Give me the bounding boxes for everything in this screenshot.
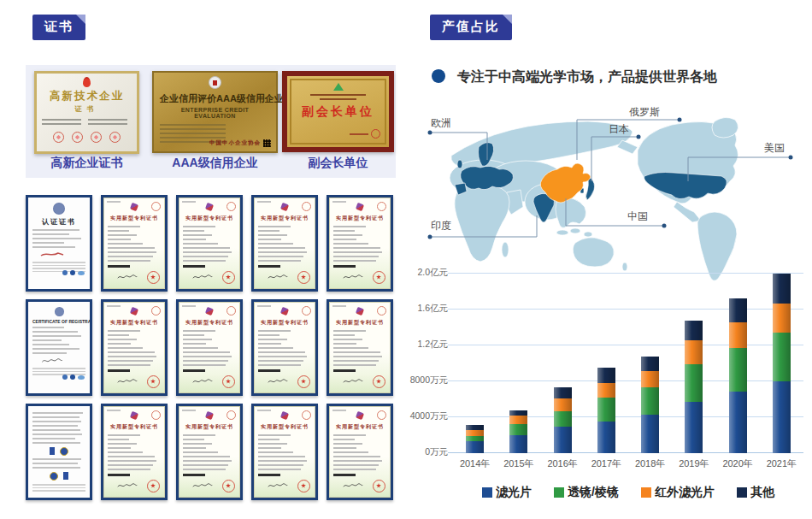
patent-round-stamp-icon bbox=[377, 202, 386, 211]
patent-title: 实用新型专利证书 bbox=[183, 319, 236, 327]
badge-fold-icon bbox=[503, 15, 512, 24]
credit-emblem-icon bbox=[209, 76, 221, 89]
patent-red-seal-icon bbox=[222, 480, 235, 492]
patent-certificate-thumbnail: 实用新型专利证书 bbox=[101, 299, 168, 396]
certificates-section-badge: 证书 bbox=[32, 15, 85, 40]
bar-segment-透镜/棱镜 bbox=[641, 387, 659, 415]
stacked-bar bbox=[597, 274, 615, 453]
patent-ribbon-logo-icon bbox=[280, 203, 289, 211]
bar-segment-滤光片 bbox=[466, 441, 484, 453]
map-label-india: 印度 bbox=[431, 219, 451, 233]
patent-red-seal-icon bbox=[147, 375, 160, 388]
accreditation-marks-icon bbox=[62, 270, 85, 275]
bar-column bbox=[453, 274, 497, 453]
patent-certificate-paper: 实用新型专利证书 bbox=[103, 302, 165, 393]
patent-red-seal-icon bbox=[222, 271, 235, 284]
patent-ribbon-logo-icon bbox=[130, 203, 138, 211]
slide-canvas: 证书 高新技术企业 证书 企业信用评价AAA级信用企业 ENTERPRISE C… bbox=[0, 0, 812, 519]
legend-label: 其他 bbox=[750, 485, 774, 500]
association-triangle-logo-icon bbox=[333, 83, 344, 91]
flame-logo-icon bbox=[83, 77, 91, 87]
certification-badges-icon bbox=[32, 472, 85, 481]
bar-column bbox=[760, 274, 803, 453]
stacked-bar bbox=[685, 274, 703, 453]
bar-segment-其他 bbox=[641, 357, 659, 372]
x-axis-tick-label: 2020年 bbox=[716, 457, 760, 470]
patent-certificate-paper: 实用新型专利证书 bbox=[179, 198, 240, 289]
iso-certificate-paper bbox=[28, 406, 90, 498]
patent-red-seal-icon bbox=[147, 271, 160, 284]
patent-title: 实用新型专利证书 bbox=[183, 423, 236, 431]
iso-certificate-thumbnail: 认证证书 bbox=[26, 195, 92, 292]
bar-segment-透镜/棱镜 bbox=[685, 364, 703, 402]
bar-segment-滤光片 bbox=[554, 427, 572, 454]
patent-certificate-paper: 实用新型专利证书 bbox=[329, 406, 391, 498]
y-axis-tick-label: 8000万元 bbox=[410, 375, 448, 386]
legend-label: 滤光片 bbox=[496, 485, 532, 500]
patent-ribbon-logo-icon bbox=[130, 307, 138, 316]
patent-round-stamp-icon bbox=[227, 306, 236, 316]
patent-certificate-paper: 实用新型专利证书 bbox=[103, 406, 165, 498]
chart-y-axis-labels: 0万元4000万元8000万元1.2亿元1.6亿元2.0亿元 bbox=[383, 274, 448, 453]
patent-certificate-thumbnail: 实用新型专利证书 bbox=[251, 299, 318, 396]
legend-label: 透镜/棱镜 bbox=[568, 485, 619, 500]
stacked-bar bbox=[729, 274, 747, 453]
featured-caption: 高新企业证书 bbox=[34, 156, 139, 171]
patent-certificate-thumbnail: 实用新型专利证书 bbox=[176, 404, 243, 500]
patent-certificate-paper: 实用新型专利证书 bbox=[179, 302, 240, 393]
patent-round-stamp-icon bbox=[151, 306, 161, 316]
cert-text-lines bbox=[42, 119, 132, 125]
chart-x-axis-labels: 2014年2015年2016年2017年2018年2019年2020年2021年 bbox=[453, 457, 803, 470]
aaa-credit-plaque: 企业信用评价AAA级信用企业 ENTERPRISE CREDIT EVALUAT… bbox=[152, 71, 278, 153]
bar-column bbox=[672, 274, 715, 453]
legend-item: 其他 bbox=[737, 485, 774, 500]
cert-text-lines bbox=[307, 94, 368, 100]
map-label-europe: 欧洲 bbox=[431, 116, 451, 131]
featured-caption: 副会长单位 bbox=[282, 156, 394, 171]
qr-code-icon bbox=[263, 139, 271, 147]
patent-round-stamp-icon bbox=[227, 410, 236, 420]
bar-column bbox=[716, 274, 760, 453]
bar-segment-红外滤光片 bbox=[685, 340, 703, 364]
bar-segment-其他 bbox=[597, 368, 615, 383]
patent-round-stamp-icon bbox=[151, 202, 161, 211]
chart-bars bbox=[453, 274, 803, 453]
iso-certificate-title: CERTIFICATE OF REGISTRATION bbox=[32, 319, 85, 324]
patent-ribbon-logo-icon bbox=[280, 411, 289, 420]
x-axis-tick-label: 2014年 bbox=[453, 457, 497, 470]
iso-certificate-paper: CERTIFICATE OF REGISTRATION bbox=[28, 302, 90, 393]
y-axis-tick-label: 2.0亿元 bbox=[417, 267, 448, 279]
legend-swatch-icon bbox=[737, 487, 747, 498]
x-axis-tick-label: 2021年 bbox=[760, 457, 803, 470]
bar-segment-红外滤光片 bbox=[641, 371, 659, 387]
legend-item: 红外滤光片 bbox=[641, 485, 715, 500]
legend-swatch-icon bbox=[554, 487, 564, 498]
bar-segment-透镜/棱镜 bbox=[773, 333, 791, 381]
patent-certificate-thumbnail: 实用新型专利证书 bbox=[251, 404, 318, 500]
bar-segment-其他 bbox=[554, 387, 572, 398]
chart-legend: 滤光片透镜/棱镜红外滤光片其他 bbox=[453, 485, 803, 500]
bar-column bbox=[628, 274, 672, 453]
cas-round-logo-icon bbox=[53, 203, 65, 215]
hightech-cert-title: 高新技术企业 bbox=[42, 89, 132, 103]
patent-ribbon-logo-icon bbox=[356, 411, 364, 420]
red-stamp-icon bbox=[371, 129, 380, 139]
y-axis-tick-label: 4000万元 bbox=[410, 410, 448, 422]
hightech-cert-subtitle: 证书 bbox=[42, 104, 132, 114]
map-label-usa: 美国 bbox=[764, 141, 785, 156]
patent-round-stamp-icon bbox=[302, 202, 311, 211]
patent-title: 实用新型专利证书 bbox=[258, 319, 311, 327]
world-map: 欧洲 俄罗斯 日本 美国 中国 印度 bbox=[417, 96, 812, 288]
patent-title: 实用新型专利证书 bbox=[108, 215, 161, 222]
patent-ribbon-logo-icon bbox=[205, 307, 214, 316]
iso-certificate-thumbnail bbox=[26, 404, 92, 500]
patent-certificate-paper: 实用新型专利证书 bbox=[254, 406, 315, 498]
bar-segment-红外滤光片 bbox=[729, 322, 747, 348]
patent-certificate-paper: 实用新型专利证书 bbox=[179, 406, 240, 498]
patent-ribbon-logo-icon bbox=[356, 203, 364, 211]
bar-segment-透镜/棱镜 bbox=[729, 348, 747, 391]
patent-red-seal-icon bbox=[297, 271, 310, 284]
bar-segment-红外滤光片 bbox=[554, 398, 572, 410]
patent-certificate-paper: 实用新型专利证书 bbox=[254, 302, 315, 393]
stacked-bar bbox=[554, 274, 572, 453]
